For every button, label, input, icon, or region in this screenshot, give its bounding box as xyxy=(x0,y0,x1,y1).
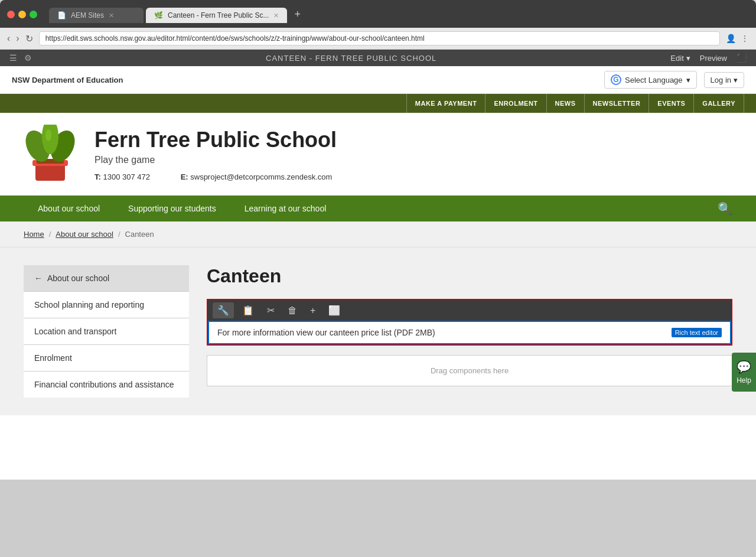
main-nav: About our school Supporting our students… xyxy=(0,196,756,222)
browser-action-icons: 👤 ⋮ xyxy=(726,34,749,43)
sidebar-item-enrolment[interactable]: Enrolment xyxy=(24,344,189,371)
page-wrapper: NSW Department of Education G Select Lan… xyxy=(0,66,756,480)
school-name: Fern Tree Public School xyxy=(94,128,732,152)
sidebar: ← About our school School planning and r… xyxy=(24,265,189,398)
page-title: Canteen xyxy=(207,265,732,287)
tab-icon: 📄 xyxy=(57,11,66,19)
breadcrumb-sep-2: / xyxy=(118,230,120,239)
tab-close-icon[interactable]: ✕ xyxy=(109,12,114,19)
chevron-down-icon: ▾ xyxy=(686,76,690,84)
toolbar-fullscreen-button[interactable]: ⬜ xyxy=(324,302,345,318)
aem-preview-button[interactable]: Preview xyxy=(700,54,727,63)
toolbar-insert-button[interactable]: + xyxy=(305,303,320,318)
drop-zone[interactable]: Drag components here xyxy=(207,355,732,386)
school-tagline: Play the game xyxy=(94,155,732,165)
main-nav-items: About our school Supporting our students… xyxy=(24,196,718,222)
chevron-down-icon: ▾ xyxy=(734,76,738,84)
component-toolbar: 🔧 📋 ✂ 🗑 + ⬜ xyxy=(208,300,731,321)
top-nav-bar: MAKE A PAYMENT ENROLMENT NEWS NEWSLETTER… xyxy=(0,94,756,113)
close-button[interactable] xyxy=(7,11,15,18)
main-nav-about[interactable]: About our school xyxy=(24,196,114,222)
select-language-label: Select Language xyxy=(625,76,683,84)
fullscreen-button[interactable] xyxy=(30,11,37,18)
main-content: Canteen 🔧 📋 ✂ 🗑 + ⬜ For more information… xyxy=(207,265,732,398)
content-area: ← About our school School planning and r… xyxy=(0,247,756,415)
traffic-lights xyxy=(7,11,37,18)
help-label: Help xyxy=(737,376,751,385)
tab-icon: 🌿 xyxy=(154,11,163,19)
school-info: Fern Tree Public School Play the game T:… xyxy=(94,128,732,181)
tab-canteen[interactable]: 🌿 Canteen - Fern Tree Public Sc... ✕ xyxy=(146,8,287,23)
sidebar-back-label: About our school xyxy=(47,273,109,283)
school-contact: T: 1300 307 472 E: swsproject@detcorpcom… xyxy=(94,172,732,181)
back-nav-button[interactable]: ‹ xyxy=(7,33,10,44)
sidebar-item-location[interactable]: Location and transport xyxy=(24,318,189,344)
top-nav-enrolment[interactable]: ENROLMENT xyxy=(485,94,546,113)
aem-share-icon[interactable]: ⬛ xyxy=(737,53,747,63)
school-logo xyxy=(24,125,77,184)
tabs-bar: 📄 AEM Sites ✕ 🌿 Canteen - Fern Tree Publ… xyxy=(42,6,312,23)
browser-window: 📄 AEM Sites ✕ 🌿 Canteen - Fern Tree Publ… xyxy=(0,0,756,66)
login-button[interactable]: Log in ▾ xyxy=(704,72,744,88)
help-bubble-icon: 💬 xyxy=(737,360,751,374)
school-header: Fern Tree Public School Play the game T:… xyxy=(0,113,756,196)
menu-icon[interactable]: ⋮ xyxy=(741,34,749,43)
main-nav-supporting[interactable]: Supporting our students xyxy=(114,196,230,222)
sidebar-item-school-planning[interactable]: School planning and reporting xyxy=(24,291,189,318)
top-nav-items: MAKE A PAYMENT ENROLMENT NEWS NEWSLETTER… xyxy=(406,94,744,113)
top-nav-newsletter[interactable]: NEWSLETTER xyxy=(585,94,650,113)
back-arrow-icon: ← xyxy=(34,273,43,283)
org-name: NSW Department of Education xyxy=(12,76,123,84)
rich-text-content[interactable]: For more information view our canteen pr… xyxy=(208,321,731,344)
help-button[interactable]: 💬 Help xyxy=(732,353,756,392)
minimize-button[interactable] xyxy=(18,11,26,18)
breadcrumb-home[interactable]: Home xyxy=(24,230,44,239)
rich-text-text: For more information view our canteen pr… xyxy=(217,328,435,337)
breadcrumb-sep-1: / xyxy=(49,230,51,239)
top-nav-events[interactable]: EVENTS xyxy=(649,94,694,113)
settings-icon[interactable]: ⚙ xyxy=(24,53,32,63)
login-label: Log in xyxy=(711,76,731,84)
phone-label: T: 1300 307 472 xyxy=(94,172,164,181)
aem-page-title: CANTEEN - FERN TREE PUBLIC SCHOOL xyxy=(32,54,670,63)
tab-aem-sites[interactable]: 📄 AEM Sites ✕ xyxy=(49,8,144,23)
top-nav-news[interactable]: NEWS xyxy=(547,94,585,113)
top-nav-make-payment[interactable]: MAKE A PAYMENT xyxy=(406,94,486,113)
google-icon: G xyxy=(611,74,621,85)
breadcrumb: Home / About our school / Canteen xyxy=(0,222,756,247)
profile-icon[interactable]: 👤 xyxy=(726,34,736,43)
search-icon[interactable]: 🔍 xyxy=(718,201,732,216)
sidebar-toggle-icon[interactable]: ☰ xyxy=(9,53,17,63)
svg-point-6 xyxy=(45,129,51,141)
main-nav-learning[interactable]: Learning at our school xyxy=(230,196,341,222)
rich-text-label: Rich text editor xyxy=(672,328,722,337)
toolbar-delete-button[interactable]: 🗑 xyxy=(283,303,302,318)
aem-edit-button[interactable]: Edit ▾ xyxy=(670,54,690,63)
toolbar-configure-button[interactable]: 🔧 xyxy=(213,302,234,318)
toolbar-cut-button[interactable]: ✂ xyxy=(262,302,279,318)
new-tab-button[interactable]: + xyxy=(289,6,305,23)
nsw-header-right: G Select Language ▾ Log in ▾ xyxy=(604,71,744,89)
select-language-button[interactable]: G Select Language ▾ xyxy=(604,71,697,89)
aem-toolbar: ☰ ⚙ CANTEEN - FERN TREE PUBLIC SCHOOL Ed… xyxy=(0,50,756,66)
top-nav-gallery[interactable]: GALLERY xyxy=(694,94,744,113)
forward-nav-button[interactable]: › xyxy=(16,33,19,44)
breadcrumb-current: Canteen xyxy=(125,230,154,239)
address-bar: ‹ › ↻ 👤 ⋮ xyxy=(0,28,756,50)
reload-nav-button[interactable]: ↻ xyxy=(25,33,33,44)
tab-close-active-icon[interactable]: ✕ xyxy=(273,12,279,19)
sidebar-item-financial[interactable]: Financial contributions and assistance xyxy=(24,371,189,398)
aem-toolbar-left: ☰ ⚙ xyxy=(9,53,32,63)
tab-label: Canteen - Fern Tree Public Sc... xyxy=(168,11,269,19)
aem-toolbar-right: Edit ▾ Preview ⬛ xyxy=(670,53,747,63)
chevron-down-icon: ▾ xyxy=(686,54,690,63)
component-container: 🔧 📋 ✂ 🗑 + ⬜ For more information view ou… xyxy=(207,299,732,346)
edit-label: Edit xyxy=(670,54,683,63)
email-label: E: swsproject@detcorpcomms.zendesk.com xyxy=(181,172,347,181)
nsw-header: NSW Department of Education G Select Lan… xyxy=(0,66,756,94)
breadcrumb-about[interactable]: About our school xyxy=(56,230,113,239)
url-input[interactable] xyxy=(39,31,720,45)
tab-label: AEM Sites xyxy=(71,11,104,19)
sidebar-back-button[interactable]: ← About our school xyxy=(24,265,189,291)
toolbar-copy-button[interactable]: 📋 xyxy=(237,302,259,318)
